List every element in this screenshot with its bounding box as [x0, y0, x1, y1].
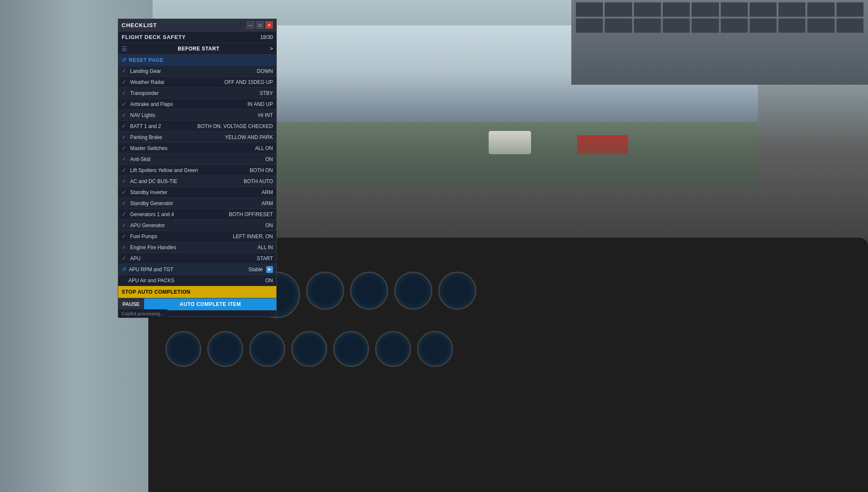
- check-mark: ✓: [122, 200, 128, 206]
- item-value: OFF AND 15DEG UP: [224, 79, 273, 85]
- active-item-value: Stable: [248, 267, 263, 272]
- flight-deck-title: FLIGHT DECK SAFETY: [122, 34, 186, 40]
- minimize-button[interactable]: —: [247, 21, 254, 29]
- check-mark: ✓: [122, 112, 128, 118]
- item-name: Anti-Skid: [130, 156, 265, 162]
- gauge-11: [291, 331, 327, 367]
- bottom-buttons-row: PAUSE AUTO COMPLETE ITEM: [118, 298, 276, 311]
- checklist-item: ✓ Transponder STBY: [118, 88, 276, 99]
- subitem-value: ON: [265, 278, 273, 284]
- checklist-item: ✓ Fuel Pumps LEFT INNER, ON: [118, 231, 276, 242]
- item-value: LEFT INNER, ON: [233, 233, 273, 239]
- overhead-switch: [836, 18, 864, 33]
- overhead-switch: [749, 2, 777, 17]
- copilot-status-bar: Copilot processing...: [118, 311, 276, 317]
- overhead-switch: [634, 2, 661, 17]
- check-mark: ✓: [122, 189, 128, 195]
- overhead-switch: [634, 18, 661, 33]
- gauge-5: [350, 272, 388, 310]
- item-value: BOTH AUTO: [244, 178, 273, 184]
- overhead-switch: [604, 18, 632, 33]
- checklist-section-header: FLIGHT DECK SAFETY 18/30: [118, 31, 276, 43]
- gauges-row-2: [165, 331, 453, 367]
- checklist-item: ✓ Landing Gear DOWN: [118, 66, 276, 77]
- checklist-item: ✓ Generators 1 and 4 BOTH OFF/RESET: [118, 209, 276, 220]
- auto-complete-button[interactable]: AUTO COMPLETE ITEM: [144, 298, 276, 310]
- checklist-item: ✓ Airbrake and Flaps IN AND UP: [118, 99, 276, 110]
- overhead-switch: [576, 18, 603, 33]
- overhead-switch: [604, 2, 632, 17]
- item-value: ARM: [262, 189, 273, 195]
- item-name: Parking Brake: [130, 134, 225, 140]
- item-name: Airbrake and Flaps: [130, 101, 248, 107]
- gauge-13: [375, 331, 411, 367]
- item-name: Fuel Pumps: [130, 233, 233, 239]
- before-start-arrow: >: [270, 46, 273, 52]
- item-name: APU: [130, 256, 257, 261]
- right-overhead-panel: [571, 0, 868, 85]
- item-value: BOTH ON, VOLTAGE CHECKED: [198, 123, 273, 129]
- auto-complete-label: AUTO COMPLETE ITEM: [180, 301, 241, 307]
- active-item-name: APU RPM and TGT: [129, 267, 248, 272]
- checklist-title: CHECKLIST: [122, 22, 157, 28]
- item-value: BOTH ON: [250, 167, 273, 173]
- item-value: STBY: [260, 90, 273, 96]
- progress-indicator: 18/30: [260, 34, 273, 40]
- item-name: Standby Generator: [130, 200, 262, 206]
- checklist-item: ✓ Lift Spoliers Yellow and Green BOTH ON: [118, 165, 276, 176]
- checklist-item: ✓ Master Switches ALL ON: [118, 143, 276, 154]
- checklist-item: ✓ Standby Generator ARM: [118, 198, 276, 209]
- check-mark: ✓: [122, 178, 128, 184]
- reset-page-label: RESET PAGE: [129, 57, 163, 63]
- item-value: IN AND UP: [248, 101, 273, 107]
- check-mark: ✓: [122, 255, 128, 261]
- check-mark: ✓: [122, 222, 128, 228]
- item-value: ALL IN: [258, 245, 273, 250]
- vehicle-red: [577, 135, 628, 154]
- item-value: ON: [265, 222, 273, 228]
- overhead-switch: [662, 18, 690, 33]
- item-name: Engine Fire Handles: [130, 245, 258, 250]
- pause-button[interactable]: PAUSE: [118, 298, 144, 310]
- vehicle-white: [489, 131, 531, 154]
- gauge-4: [306, 272, 344, 310]
- refresh-icon: ↺: [122, 266, 126, 272]
- subitem-name: APU Air and PACKS: [128, 278, 265, 284]
- window-controls: — ⊡ ✕: [247, 21, 273, 29]
- overhead-switch: [691, 18, 719, 33]
- overhead-switch: [778, 2, 806, 17]
- menu-icon[interactable]: ☰: [122, 45, 127, 52]
- checklist-item: ✓ Anti-Skid ON: [118, 154, 276, 165]
- maximize-button[interactable]: ⊡: [256, 21, 264, 29]
- before-start-bar[interactable]: ☰ BEFORE START >: [118, 43, 276, 55]
- overhead-switch: [721, 18, 748, 33]
- item-name: Generators 1 and 4: [130, 211, 229, 217]
- gauge-9: [207, 331, 243, 367]
- checklist-item: ✓ APU Generator ON: [118, 220, 276, 231]
- item-name: NAV Lights: [130, 112, 258, 118]
- gauge-10: [249, 331, 285, 367]
- checklist-items-list: ✓ Landing Gear DOWN ✓ Weather Radar OFF …: [118, 66, 276, 286]
- close-button[interactable]: ✕: [265, 21, 273, 29]
- item-name: APU Generator: [130, 222, 265, 228]
- overhead-switch: [662, 2, 690, 17]
- overhead-switch: [749, 18, 777, 33]
- check-mark: ✓: [122, 101, 128, 107]
- item-name: BATT 1 and 2: [130, 123, 198, 129]
- checklist-item: ✓ Parking Brake YELLOW AND PARK: [118, 132, 276, 143]
- item-value: START: [257, 256, 273, 261]
- stop-auto-completion-button[interactable]: STOP AUTO COMPLETION: [118, 286, 276, 298]
- check-mark: ✓: [122, 211, 128, 217]
- item-value: BOTH OFF/RESET: [229, 211, 273, 217]
- item-name: Weather Radar: [130, 79, 224, 85]
- check-mark: ✓: [122, 233, 128, 239]
- checklist-item: ✓ NAV Lights HI INT: [118, 110, 276, 121]
- gauge-8: [165, 331, 201, 367]
- checklist-subitem: APU Air and PACKS ON: [118, 275, 276, 286]
- item-value: DOWN: [257, 68, 273, 74]
- reset-page-bar[interactable]: ↺ RESET PAGE: [118, 55, 276, 66]
- overhead-switch: [576, 2, 603, 17]
- checklist-item: ✓ Engine Fire Handles ALL IN: [118, 242, 276, 253]
- active-indicator: [266, 266, 273, 273]
- checklist-item-active: ↺ APU RPM and TGT Stable: [118, 264, 276, 275]
